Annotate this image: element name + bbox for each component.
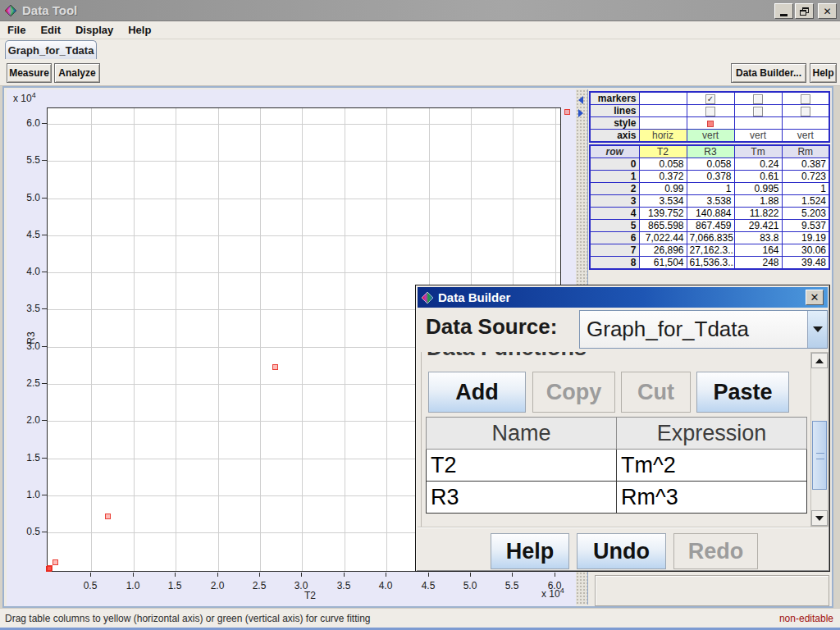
axis-cell[interactable]: horiz <box>639 130 687 143</box>
data-cell[interactable]: 83.8 <box>734 232 782 244</box>
data-source-combobox[interactable]: Graph_for_Tdata <box>579 310 828 349</box>
add-function-button[interactable]: Add <box>428 372 526 413</box>
data-cell[interactable]: 61,536.3... <box>687 257 734 270</box>
axis-cell[interactable]: vert <box>782 130 829 143</box>
dialog-titlebar[interactable]: Data Builder ✕ <box>418 287 828 308</box>
cut-function-button: Cut <box>621 372 691 413</box>
scrollbar-thumb[interactable] <box>812 421 827 490</box>
prop-cell[interactable] <box>782 105 829 117</box>
data-cell[interactable]: 5.203 <box>782 208 829 220</box>
column-header-Tm[interactable]: Tm <box>734 145 782 158</box>
row-number: 6 <box>590 232 639 244</box>
data-cell[interactable]: 0.378 <box>687 171 734 183</box>
data-cell[interactable]: 1.524 <box>782 195 829 208</box>
checkbox-unchecked[interactable] <box>705 107 715 116</box>
gridline-y <box>48 161 560 162</box>
prop-cell[interactable] <box>782 92 829 105</box>
data-cell[interactable]: 0.058 <box>687 158 734 171</box>
data-cell[interactable]: 0.24 <box>734 158 782 171</box>
data-cell[interactable]: 139.752 <box>639 208 687 220</box>
function-cell[interactable]: Rm^3 <box>617 482 807 514</box>
table-row: 33.5343.5381.881.524 <box>590 195 829 208</box>
functions-column-name[interactable]: Name <box>427 418 617 450</box>
menu-help[interactable]: Help <box>121 24 158 36</box>
function-cell[interactable]: Tm^2 <box>617 450 807 482</box>
x-tick-label: 6.0 <box>541 580 568 591</box>
data-builder-button[interactable]: Data Builder... <box>731 63 806 83</box>
functions-column-expression[interactable]: Expression <box>617 418 807 450</box>
checkbox-unchecked[interactable] <box>753 94 763 104</box>
data-cell[interactable]: 140.884 <box>687 208 734 220</box>
data-cell[interactable]: 27,162.3... <box>687 244 734 257</box>
column-header-T2[interactable]: T2 <box>639 145 687 158</box>
data-cell[interactable]: 39.48 <box>782 257 829 270</box>
close-button[interactable]: ✕ <box>818 3 837 19</box>
split-collapse-left-icon[interactable] <box>578 96 583 104</box>
split-collapse-right-icon[interactable] <box>578 109 583 117</box>
data-cell[interactable]: 248 <box>734 257 782 270</box>
restore-button[interactable] <box>795 3 814 19</box>
data-cell[interactable]: 61,504 <box>639 257 687 270</box>
prop-cell[interactable]: ✓ <box>687 92 734 105</box>
data-cell[interactable]: 1 <box>687 183 734 195</box>
marker-style-swatch[interactable] <box>707 121 714 127</box>
dialog-scrollbar[interactable] <box>810 352 829 527</box>
y-tick-label: 1.5 <box>7 452 40 463</box>
prop-cell[interactable] <box>734 92 782 105</box>
data-cell[interactable]: 1.88 <box>734 195 782 208</box>
data-cell[interactable]: 0.99 <box>639 183 687 195</box>
analyze-button[interactable]: Analyze <box>54 63 100 83</box>
column-header-Rm[interactable]: Rm <box>782 145 829 158</box>
data-cell[interactable]: 29.421 <box>734 220 782 232</box>
help-button[interactable]: Help <box>491 533 569 569</box>
data-cell[interactable]: 164 <box>734 244 782 257</box>
column-header-R3[interactable]: R3 <box>687 145 734 158</box>
data-cell[interactable]: 30.06 <box>782 244 829 257</box>
axis-cell[interactable]: vert <box>734 130 782 143</box>
checkbox-checked[interactable]: ✓ <box>705 94 715 104</box>
data-cell[interactable]: 865.598 <box>639 220 687 232</box>
menu-display[interactable]: Display <box>68 24 121 36</box>
paste-function-button[interactable]: Paste <box>696 372 789 413</box>
dialog-close-button[interactable]: ✕ <box>806 290 824 305</box>
undo-button[interactable]: Undo <box>577 533 666 569</box>
data-cell[interactable]: 7,022.44 <box>639 232 687 244</box>
prop-cell <box>639 92 687 105</box>
checkbox-unchecked[interactable] <box>801 107 810 116</box>
data-cell[interactable]: 11.822 <box>734 208 782 220</box>
function-cell[interactable]: T2 <box>427 450 617 482</box>
data-cell[interactable]: 0.723 <box>782 171 829 183</box>
data-cell[interactable]: 1 <box>782 183 829 195</box>
data-cell[interactable]: 867.459 <box>687 220 734 232</box>
data-cell[interactable]: 26,896 <box>639 244 687 257</box>
data-cell[interactable]: 0.058 <box>639 158 687 171</box>
axis-cell[interactable]: vert <box>687 130 734 143</box>
data-cell[interactable]: 0.61 <box>734 171 782 183</box>
data-cell[interactable]: 0.387 <box>782 158 829 171</box>
window-titlebar[interactable]: Data Tool ✕ <box>0 0 840 21</box>
data-cell[interactable]: 3.534 <box>639 195 687 208</box>
data-cell[interactable]: 0.995 <box>734 183 782 195</box>
menu-file[interactable]: File <box>0 24 33 36</box>
data-builder-dialog: Data Builder ✕ Data Source: Graph_for_Td… <box>415 285 830 572</box>
minimize-button[interactable] <box>774 3 793 19</box>
prop-cell[interactable] <box>734 105 782 117</box>
prop-cell[interactable] <box>687 117 734 130</box>
data-cell[interactable]: 7,066.835 <box>687 232 734 244</box>
scroll-down-button[interactable] <box>811 510 828 526</box>
scroll-up-button[interactable] <box>811 353 828 368</box>
helpbutton[interactable]: Help <box>810 63 837 83</box>
combo-dropdown-button[interactable] <box>807 311 827 348</box>
checkbox-unchecked[interactable] <box>801 94 810 104</box>
checkbox-unchecked[interactable] <box>753 107 763 116</box>
data-cell[interactable]: 0.372 <box>639 171 687 183</box>
data-cell[interactable]: 3.538 <box>687 195 734 208</box>
data-cell[interactable]: 19.19 <box>782 232 829 244</box>
prop-cell[interactable] <box>687 105 734 117</box>
function-cell[interactable]: R3 <box>427 482 617 514</box>
menu-edit[interactable]: Edit <box>33 24 68 36</box>
data-cell[interactable]: 9.537 <box>782 220 829 232</box>
measure-button[interactable]: Measure <box>7 63 52 83</box>
tab-graph-for-tdata[interactable]: Graph_for_Tdata <box>5 40 97 59</box>
header-row: rowT2R3TmRm <box>590 145 829 158</box>
